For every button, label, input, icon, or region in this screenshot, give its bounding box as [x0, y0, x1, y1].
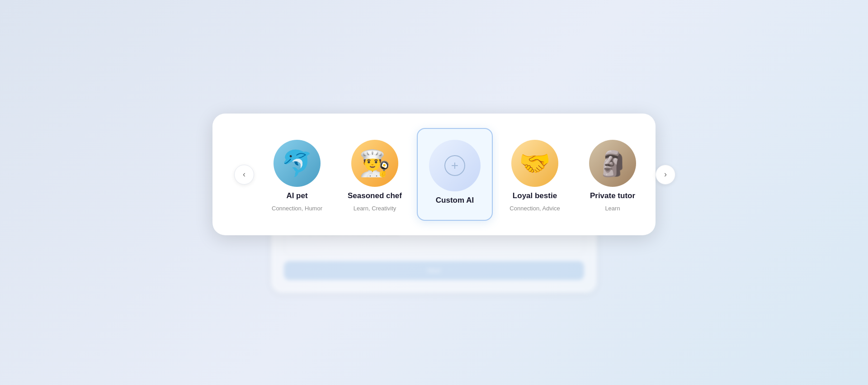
next-icon: ›: [664, 170, 667, 179]
cards-row: 🐬 AI pet Connection, Humor 👨‍🍳 Seasoned …: [261, 128, 648, 221]
plus-icon: +: [444, 155, 465, 176]
card-custom-ai-title: Custom AI: [436, 196, 474, 205]
carousel-prev-button[interactable]: ‹: [234, 165, 254, 185]
avatar-private-tutor: 🗿: [589, 140, 636, 187]
card-seasoned-chef-subtitle: Learn, Creativity: [354, 205, 396, 212]
carousel-next-button[interactable]: ›: [656, 165, 675, 185]
card-loyal-bestie-title: Loyal bestie: [513, 191, 557, 200]
card-loyal-bestie-subtitle: Connection, Advice: [509, 205, 560, 212]
prev-icon: ‹: [243, 170, 245, 179]
card-ai-pet-title: AI pet: [286, 191, 307, 200]
card-ai-pet[interactable]: 🐬 AI pet Connection, Humor: [261, 128, 333, 221]
avatar-loyal-bestie: 🤝: [511, 140, 558, 187]
avatar-custom-ai: +: [429, 140, 481, 191]
card-seasoned-chef[interactable]: 👨‍🍳 Seasoned chef Learn, Creativity: [339, 128, 410, 221]
carousel-container: ‹ 🐬 AI pet Connection, Humor 👨‍🍳 Seasone…: [212, 114, 656, 235]
card-custom-ai[interactable]: + Custom AI: [417, 128, 493, 221]
card-private-tutor-title: Private tutor: [590, 191, 635, 200]
card-private-tutor[interactable]: 🗿 Private tutor Learn: [577, 128, 648, 221]
card-private-tutor-subtitle: Learn: [605, 205, 620, 212]
avatar-ai-pet: 🐬: [274, 140, 321, 187]
avatar-seasoned-chef: 👨‍🍳: [351, 140, 398, 187]
card-loyal-bestie[interactable]: 🤝 Loyal bestie Connection, Advice: [499, 128, 571, 221]
card-ai-pet-subtitle: Connection, Humor: [272, 205, 322, 212]
card-seasoned-chef-title: Seasoned chef: [348, 191, 402, 200]
